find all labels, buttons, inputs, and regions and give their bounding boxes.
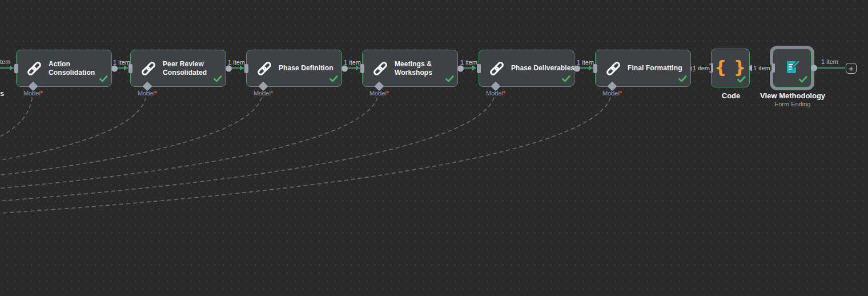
plus-icon: + <box>849 64 854 73</box>
required-mark: * <box>387 90 389 97</box>
input-port[interactable] <box>14 64 18 73</box>
output-port[interactable] <box>574 65 580 71</box>
success-check-icon <box>214 74 222 85</box>
link-icon <box>372 60 389 77</box>
node-content: Phase Definition <box>247 50 341 86</box>
node-content: Peer Review Consolidated <box>131 50 226 86</box>
node-content: Phase Deliverables <box>479 50 574 86</box>
node-title: Meetings & Workshops <box>395 60 432 77</box>
output-port[interactable] <box>341 65 348 71</box>
model-input-text: Model <box>254 90 271 97</box>
add-node-button[interactable]: + <box>846 63 857 74</box>
node-content: Action Consolidation <box>17 50 111 86</box>
model-input-label: Model* <box>476 90 516 97</box>
success-check-icon <box>678 74 687 85</box>
output-port[interactable] <box>690 65 697 71</box>
model-input-label: Model* <box>592 90 632 97</box>
input-port[interactable] <box>709 63 713 73</box>
code-braces-icon: { } <box>714 57 746 77</box>
node-label: VIew Methodology <box>744 91 841 100</box>
output-port[interactable] <box>226 65 232 71</box>
node-title: Final Formatting <box>628 64 682 73</box>
link-icon <box>140 60 157 77</box>
required-mark: * <box>41 90 43 97</box>
link-icon <box>488 60 505 77</box>
link-icon <box>605 60 622 77</box>
success-check-icon <box>799 75 807 85</box>
output-port[interactable] <box>111 65 118 71</box>
model-input-label: Model* <box>243 90 283 97</box>
node-view-methodology[interactable]: VIew MethodologyForm Ending <box>773 49 811 87</box>
output-port[interactable] <box>811 65 817 71</box>
input-port[interactable] <box>593 64 597 73</box>
link-icon <box>256 60 273 77</box>
success-check-icon <box>99 74 108 85</box>
node-sublabel: Form Ending <box>744 101 841 107</box>
required-mark: * <box>503 90 505 97</box>
node-content: Final Formatting <box>596 50 690 86</box>
success-check-icon <box>445 74 454 85</box>
output-port[interactable] <box>749 65 756 71</box>
node-title: Action Consolidation <box>49 60 95 77</box>
model-input-label: Model* <box>13 90 53 97</box>
required-mark: * <box>271 90 273 97</box>
input-port[interactable] <box>244 64 248 73</box>
model-input-text: Model <box>23 90 41 97</box>
node-phase-definition[interactable]: Phase DefinitionModel* <box>246 50 342 87</box>
input-port[interactable] <box>771 63 775 73</box>
success-check-icon <box>737 75 746 85</box>
node-phase-deliverables[interactable]: Phase DeliverablesModel* <box>479 50 574 87</box>
link-icon <box>26 60 43 77</box>
model-input-label: Model* <box>127 90 167 97</box>
required-mark: * <box>155 90 157 97</box>
required-mark: * <box>620 90 622 97</box>
model-input-text: Model <box>369 90 387 97</box>
success-check-icon <box>562 74 570 85</box>
success-check-icon <box>329 74 338 85</box>
input-port[interactable] <box>128 64 132 73</box>
node-meetings-workshops[interactable]: Meetings & WorkshopsModel* <box>362 50 458 87</box>
node-title: Phase Definition <box>279 64 333 73</box>
model-input-text: Model <box>486 90 503 97</box>
node-action-consolidation[interactable]: Action ConsolidationModel* <box>16 50 112 87</box>
model-input-text: Model <box>138 90 155 97</box>
model-input-label: Model* <box>359 90 399 97</box>
node-content: Meetings & Workshops <box>363 50 457 86</box>
node-peer-review-consolidated[interactable]: Peer Review ConsolidatedModel* <box>130 50 226 87</box>
model-input-text: Model <box>602 90 620 97</box>
input-port[interactable] <box>477 64 481 73</box>
output-port[interactable] <box>457 65 464 71</box>
node-title: Phase Deliverables <box>511 64 574 73</box>
workflow-canvas[interactable]: Action ConsolidationModel*Peer Review Co… <box>0 0 868 296</box>
node-title: Peer Review Consolidated <box>163 60 207 77</box>
form-icon <box>785 59 800 78</box>
node-final-formatting[interactable]: Final FormattingModel* <box>595 50 691 87</box>
input-port[interactable] <box>360 64 364 73</box>
node-code[interactable]: { }Code <box>711 49 750 87</box>
